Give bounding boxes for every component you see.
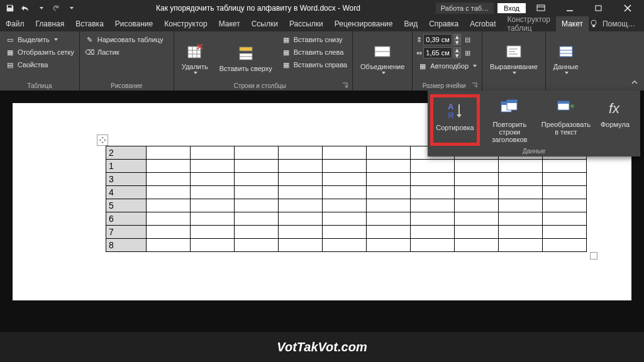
- table-cell[interactable]: [147, 239, 191, 252]
- table-cell[interactable]: [455, 160, 499, 173]
- minimize-button[interactable]: [556, 0, 584, 16]
- table-row[interactable]: 3: [106, 173, 587, 186]
- tab-table-layout[interactable]: Макет: [556, 16, 589, 31]
- tab-acrobat[interactable]: Acrobat: [464, 16, 501, 31]
- repeat-header-rows-button[interactable]: Повторить строки заголовков: [480, 94, 540, 146]
- table-cell[interactable]: [235, 186, 279, 199]
- table-cell[interactable]: [411, 212, 455, 226]
- qat-customize-button[interactable]: [64, 2, 77, 14]
- eraser-button[interactable]: ⌫Ластик: [84, 47, 165, 58]
- alignment-button[interactable]: Выравнивание: [486, 34, 541, 81]
- delete-button[interactable]: Удалить: [178, 34, 212, 81]
- table-cell[interactable]: [279, 146, 323, 160]
- tab-layout[interactable]: Макет: [213, 16, 246, 31]
- table-row[interactable]: 4: [106, 186, 587, 199]
- table-cell[interactable]: [235, 146, 279, 160]
- tell-me-label[interactable]: Помощ…: [602, 19, 635, 28]
- tab-draw[interactable]: Рисование: [109, 16, 158, 31]
- table-cell[interactable]: [455, 239, 499, 252]
- undo-button[interactable]: [19, 2, 31, 14]
- table-cell[interactable]: [235, 212, 279, 226]
- table-cell[interactable]: [323, 212, 367, 226]
- table-cell[interactable]: [147, 160, 191, 173]
- table-cell[interactable]: [411, 226, 455, 239]
- table-cell[interactable]: [191, 160, 235, 173]
- table-resize-handle[interactable]: [590, 252, 597, 260]
- table-move-handle[interactable]: [97, 134, 108, 146]
- table-cell[interactable]: [191, 186, 235, 199]
- insert-below-button[interactable]: ▦Вставить снизу: [280, 34, 348, 45]
- distribute-columns-icon[interactable]: ⊞: [465, 49, 470, 57]
- width-down[interactable]: ▾: [453, 53, 461, 58]
- tab-view[interactable]: Вид: [398, 16, 423, 31]
- table-cell[interactable]: [147, 146, 191, 160]
- table-cell[interactable]: [543, 239, 587, 252]
- sign-in-button[interactable]: Вход: [497, 3, 526, 13]
- tab-table-design[interactable]: Конструктор таблиц: [502, 16, 556, 31]
- table-cell[interactable]: [147, 212, 191, 226]
- table-cell[interactable]: [455, 212, 499, 226]
- table-cell[interactable]: [455, 226, 499, 239]
- close-button[interactable]: [614, 0, 641, 16]
- tab-home[interactable]: Главная: [30, 16, 70, 31]
- table-cell-first[interactable]: 2: [106, 146, 147, 160]
- dialog-launcher-icon[interactable]: [472, 82, 478, 89]
- tab-references[interactable]: Ссылки: [246, 16, 284, 31]
- table-cell[interactable]: [323, 226, 367, 239]
- view-gridlines-button[interactable]: ▦Отобразить сетку: [4, 47, 75, 58]
- table-cell[interactable]: [235, 160, 279, 173]
- table-cell[interactable]: [235, 239, 279, 252]
- table-cell[interactable]: [279, 160, 323, 173]
- table-row[interactable]: 5: [106, 199, 587, 212]
- table-cell[interactable]: [191, 212, 235, 226]
- table-cell[interactable]: [191, 239, 235, 252]
- table-cell[interactable]: [411, 199, 455, 212]
- insert-left-button[interactable]: ▦Вставить слева: [280, 47, 348, 58]
- tab-mailings[interactable]: Рассылки: [284, 16, 329, 31]
- table-cell[interactable]: [279, 226, 323, 239]
- table-cell[interactable]: [235, 173, 279, 186]
- draw-table-button[interactable]: ✎Нарисовать таблицу: [84, 34, 165, 45]
- table-cell[interactable]: [411, 173, 455, 186]
- table-cell[interactable]: [147, 226, 191, 239]
- distribute-rows-icon[interactable]: ⊟: [465, 36, 470, 44]
- table-cell[interactable]: [499, 160, 543, 173]
- table-cell[interactable]: [367, 239, 411, 252]
- table-cell[interactable]: [191, 146, 235, 160]
- table-cell[interactable]: [411, 239, 455, 252]
- table-cell-first[interactable]: 1: [106, 160, 147, 173]
- table-cell-first[interactable]: 7: [106, 226, 147, 239]
- table-cell[interactable]: [367, 186, 411, 199]
- table-cell[interactable]: [323, 173, 367, 186]
- undo-history-button[interactable]: [34, 2, 47, 14]
- table-cell[interactable]: [279, 186, 323, 199]
- tab-review[interactable]: Рецензирование: [329, 16, 399, 31]
- table-cell[interactable]: [367, 199, 411, 212]
- table-cell[interactable]: [499, 186, 543, 199]
- table-cell-first[interactable]: 5: [106, 199, 147, 212]
- tab-insert[interactable]: Вставка: [70, 16, 109, 31]
- table-cell[interactable]: [499, 239, 543, 252]
- table-cell[interactable]: [543, 160, 587, 173]
- table-cell[interactable]: [147, 199, 191, 212]
- properties-button[interactable]: ▤Свойства: [4, 59, 75, 70]
- ribbon-display-options-button[interactable]: [527, 0, 555, 16]
- table-cell[interactable]: [323, 160, 367, 173]
- table-cell[interactable]: [323, 239, 367, 252]
- table-cell[interactable]: [147, 173, 191, 186]
- table-cell[interactable]: [543, 199, 587, 212]
- document-table[interactable]: 21345678: [106, 146, 587, 252]
- table-cell[interactable]: [323, 146, 367, 160]
- autofit-button[interactable]: ▦Автоподбор: [416, 60, 478, 72]
- table-cell[interactable]: [367, 226, 411, 239]
- tab-file[interactable]: Файл: [0, 16, 30, 31]
- row-height-field[interactable]: ⇕ ▴▾ ⊟: [416, 34, 478, 45]
- table-cell[interactable]: [191, 173, 235, 186]
- convert-to-text-button[interactable]: Преобразовать в текст: [540, 94, 592, 146]
- tab-design[interactable]: Конструктор: [158, 16, 213, 31]
- table-cell[interactable]: [543, 212, 587, 226]
- table-cell[interactable]: [279, 239, 323, 252]
- table-cell[interactable]: [455, 199, 499, 212]
- table-cell[interactable]: [235, 226, 279, 239]
- table-cell[interactable]: [279, 199, 323, 212]
